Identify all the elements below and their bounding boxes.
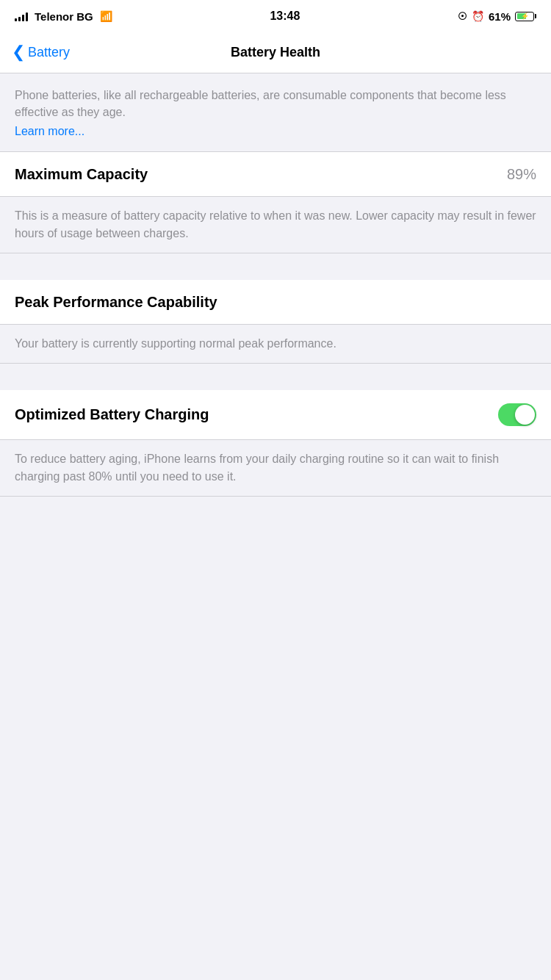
- peak-performance-section: Peak Performance Capability: [0, 280, 551, 324]
- learn-more-link[interactable]: Learn more...: [15, 125, 536, 138]
- toggle-switch[interactable]: [498, 403, 536, 426]
- orientation-lock-icon: ☉: [458, 10, 467, 22]
- status-bar: Telenor BG 📶 13:48 ☉ ⏰ 61% ⚡: [0, 0, 551, 32]
- peak-performance-row: Peak Performance Capability: [0, 280, 551, 324]
- content-area: Phone batteries, like all rechargeable b…: [0, 73, 551, 497]
- chevron-left-icon: ❮: [12, 44, 25, 60]
- carrier-name: Telenor BG: [35, 10, 93, 23]
- bolt-icon: ⚡: [521, 12, 529, 20]
- optimized-desc-block: To reduce battery aging, iPhone learns f…: [0, 439, 551, 497]
- optimized-desc-text: To reduce battery aging, iPhone learns f…: [15, 453, 499, 483]
- signal-bar-4: [26, 12, 28, 21]
- wifi-icon: 📶: [100, 10, 112, 22]
- maximum-capacity-value: 89%: [507, 166, 536, 183]
- peak-performance-label: Peak Performance Capability: [15, 294, 217, 311]
- back-button[interactable]: ❮ Battery: [12, 45, 70, 60]
- battery-percent: 61%: [489, 10, 511, 23]
- peak-desc-block: Your battery is currently supporting nor…: [0, 324, 551, 364]
- spacer-2: [0, 364, 551, 390]
- intro-block: Phone batteries, like all rechargeable b…: [0, 73, 551, 152]
- peak-desc-text: Your battery is currently supporting nor…: [15, 337, 336, 350]
- signal-bar-1: [15, 18, 17, 21]
- spacer-1: [0, 253, 551, 280]
- toggle-knob: [515, 405, 535, 425]
- back-label: Battery: [28, 45, 70, 60]
- optimized-charging-section: Optimized Battery Charging: [0, 390, 551, 439]
- status-time: 13:48: [270, 10, 300, 23]
- maximum-capacity-row: Maximum Capacity 89%: [0, 152, 551, 196]
- status-right: ☉ ⏰ 61% ⚡: [458, 10, 536, 23]
- maximum-capacity-label: Maximum Capacity: [15, 166, 148, 183]
- navigation-bar: ❮ Battery Battery Health: [0, 32, 551, 73]
- status-left: Telenor BG 📶: [15, 10, 112, 23]
- alarm-icon: ⏰: [472, 10, 484, 22]
- optimized-charging-row: Optimized Battery Charging: [0, 390, 551, 439]
- signal-bar-2: [18, 17, 21, 21]
- capacity-desc-block: This is a measure of battery capacity re…: [0, 196, 551, 253]
- intro-text: Phone batteries, like all rechargeable b…: [15, 89, 506, 118]
- optimized-charging-label: Optimized Battery Charging: [15, 406, 209, 423]
- optimized-charging-toggle[interactable]: [498, 403, 536, 426]
- capacity-desc-text: This is a measure of battery capacity re…: [15, 209, 536, 239]
- signal-bar-3: [22, 15, 24, 21]
- page-title: Battery Health: [231, 45, 320, 60]
- maximum-capacity-section: Maximum Capacity 89%: [0, 152, 551, 196]
- signal-bars-icon: [15, 11, 28, 21]
- battery-icon: ⚡: [515, 12, 536, 21]
